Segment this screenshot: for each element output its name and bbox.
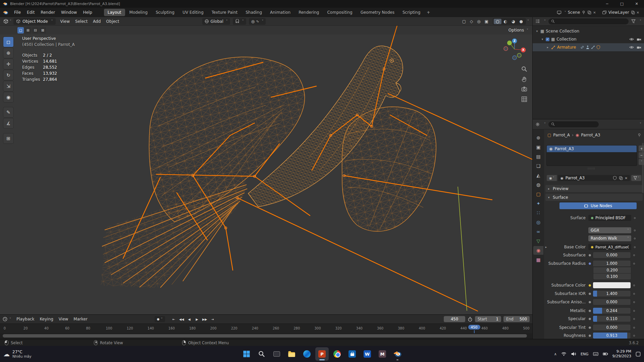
animate-dot[interactable] (634, 230, 636, 231)
tab-material[interactable]: ◉ (533, 246, 543, 255)
tool-annotate[interactable]: ✎ (3, 107, 13, 117)
camera-icon[interactable] (637, 46, 641, 49)
expand-icon[interactable]: ▸ (544, 245, 548, 249)
blender-taskbar-button[interactable] (391, 347, 404, 361)
tab-object[interactable]: ▢ (533, 190, 543, 198)
viewport-menu[interactable]: View (58, 18, 72, 25)
select-mode-subtract[interactable]: ⊟ (32, 27, 39, 34)
close-button[interactable]: ✕ (629, 0, 644, 8)
select-mode-extend[interactable]: ⊞ (25, 27, 31, 34)
menubar-menu[interactable]: Window (58, 9, 80, 16)
tab-modifiers[interactable]: ✦ (533, 199, 543, 208)
shading-wireframe[interactable]: ○ (494, 19, 501, 24)
search-button[interactable] (255, 347, 268, 361)
unlink-icon[interactable]: ✕ (625, 176, 628, 180)
workspace-tab[interactable]: Texture Paint (208, 9, 241, 16)
outliner-row-collection[interactable]: ▾ ✓ ▦ Collection (533, 35, 644, 43)
xray-toggle[interactable]: ▣ (483, 18, 490, 24)
playhead-line[interactable] (474, 330, 475, 333)
subsurface-ior-slider[interactable]: 1.400 (593, 291, 631, 297)
animate-dot[interactable] (633, 310, 635, 312)
select-mode-new[interactable]: ◻ (17, 27, 24, 34)
tool-add-cube[interactable]: ⊞ (3, 133, 13, 143)
current-frame-field[interactable]: 450 (444, 316, 465, 322)
animate-dot[interactable] (633, 327, 635, 328)
filter-button[interactable] (631, 175, 641, 181)
tray-chevron-icon[interactable]: ∧ (554, 352, 557, 356)
animate-dot[interactable] (634, 246, 636, 248)
animate-dot[interactable] (633, 285, 635, 286)
properties-search-input[interactable] (548, 121, 599, 127)
store-button[interactable] (345, 347, 359, 361)
base-color-field[interactable]: Parrot_A3_diffuseOrigi... (588, 244, 631, 250)
stopwatch-icon[interactable] (468, 317, 473, 322)
eye-icon[interactable] (629, 38, 634, 41)
menubar-menu[interactable]: Help (80, 9, 95, 16)
timeline-menu[interactable]: Marker (71, 316, 90, 322)
mode-dropdown[interactable]: Object Mode (13, 18, 56, 25)
viewport-3d[interactable]: Object Mode ViewSelectAddObject Global ◎… (0, 17, 532, 314)
animate-dot[interactable] (633, 318, 635, 320)
play-forward[interactable]: ▶ (193, 316, 201, 322)
sss-method-dropdown[interactable]: Random Walk (588, 235, 631, 241)
close-icon[interactable]: ✕ (637, 11, 639, 14)
expand-icon[interactable]: ▸ (546, 46, 549, 49)
radius-y-field[interactable]: 0.200 (593, 267, 631, 273)
tool-move[interactable]: ✛ (3, 59, 13, 69)
timeline-scrollbar[interactable] (0, 333, 532, 339)
minimize-button[interactable]: ─ (600, 0, 614, 8)
frame-end-field[interactable]: End500 (503, 316, 530, 322)
orientation-dropdown[interactable]: Global (202, 18, 230, 25)
outliner-row-armature[interactable]: ▸ Armature (533, 43, 644, 51)
collection-checkbox[interactable]: ✓ (546, 38, 549, 41)
browse-material-button[interactable]: ◉ (547, 175, 557, 181)
copy-icon[interactable] (631, 10, 635, 14)
workspace-tab[interactable]: Shading (242, 9, 266, 16)
animate-dot[interactable] (633, 301, 635, 303)
viewport-menu[interactable]: Object (103, 18, 122, 25)
fake-user-shield-icon[interactable] (613, 176, 617, 180)
wifi-icon[interactable] (561, 352, 567, 356)
expand-icon[interactable]: ▾ (535, 29, 539, 33)
options-dropdown[interactable]: Options (508, 28, 528, 33)
outliner-search-input[interactable] (548, 18, 629, 24)
animate-dot[interactable] (633, 254, 635, 256)
blender-menu-icon[interactable] (3, 10, 8, 15)
menubar-menu[interactable]: Render (38, 9, 58, 16)
filter-icon[interactable] (631, 19, 636, 23)
zoom-icon[interactable] (521, 66, 527, 72)
workspace-tab[interactable]: Modeling (126, 9, 152, 16)
shader-dropdown[interactable]: Principled BSDF (588, 215, 631, 221)
auto-keying-toggle[interactable]: ● (155, 316, 165, 322)
start-button[interactable] (240, 347, 253, 361)
expand-icon[interactable]: ▾ (541, 38, 544, 41)
tab-view-layer[interactable]: ❏ (533, 162, 543, 170)
camera-icon[interactable] (637, 38, 641, 41)
animate-dot[interactable] (634, 238, 636, 239)
use-nodes-button[interactable]: Use Nodes (559, 202, 637, 209)
tab-scene[interactable]: ◭ (533, 171, 543, 180)
editor-type-icon[interactable] (3, 19, 8, 24)
workspace-tab[interactable]: Layout (104, 9, 125, 16)
weather-widget[interactable]: ☁ 27°C Nhiều mây (3, 346, 32, 362)
tool-select-box[interactable]: ◻ (3, 37, 13, 47)
shading-rendered[interactable]: ● (518, 19, 525, 24)
specular-tint-slider[interactable]: 0.000 (593, 324, 631, 330)
workspace-tab[interactable]: Compositing (323, 9, 356, 16)
scrollbar-thumb[interactable] (3, 334, 527, 338)
list-resize-grip[interactable] (547, 167, 637, 172)
preview-section-header[interactable]: ▸Preview (545, 185, 643, 192)
timeline-editor-icon[interactable] (3, 317, 7, 321)
viewport-menu[interactable]: Select (72, 18, 90, 25)
menubar-menu[interactable]: Edit (24, 9, 38, 16)
viewport-menu[interactable]: Add (90, 18, 103, 25)
tool-rotate[interactable]: ↻ (3, 70, 13, 80)
tab-particles[interactable]: ∷ (533, 208, 543, 217)
properties-editor-icon[interactable] (535, 122, 540, 127)
workspace-tab[interactable]: Scripting (399, 9, 424, 16)
mail-button[interactable]: M (376, 347, 389, 361)
touch-keyboard-icon[interactable] (593, 352, 598, 356)
edge-button[interactable] (300, 347, 314, 361)
distribution-dropdown[interactable]: GGX (588, 227, 631, 233)
timeline-ruler[interactable]: 0204060801001201401601802002202402602803… (0, 323, 532, 333)
